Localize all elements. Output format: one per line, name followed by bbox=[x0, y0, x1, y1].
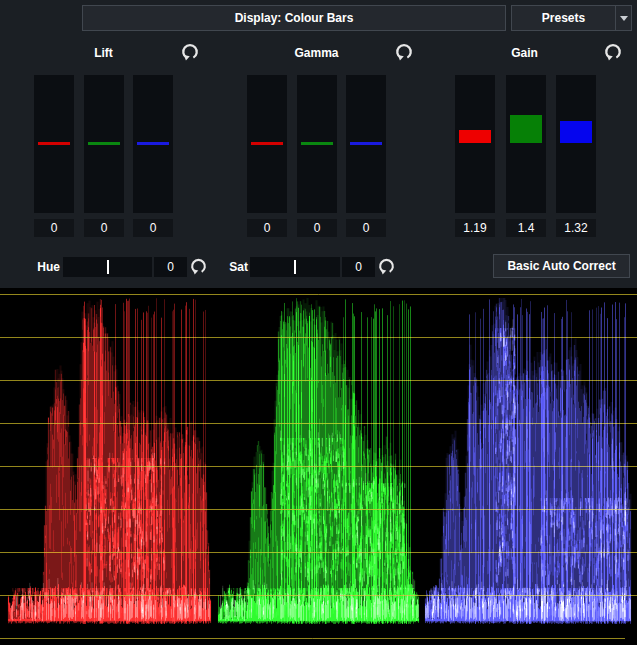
display-mode-button[interactable]: Display: Colour Bars bbox=[82, 5, 506, 31]
reset-icon bbox=[190, 258, 207, 275]
caret-down-icon bbox=[620, 16, 628, 21]
sat-slider-handle[interactable] bbox=[294, 260, 296, 274]
gain-section-title: Gain bbox=[455, 45, 594, 61]
gain-green-value[interactable]: 1.4 bbox=[506, 219, 546, 237]
gamma-blue-value[interactable]: 0 bbox=[346, 219, 386, 237]
reset-icon bbox=[395, 43, 413, 61]
presets-dropdown-button[interactable] bbox=[615, 5, 632, 31]
sat-value[interactable]: 0 bbox=[342, 257, 375, 277]
sat-label: Sat bbox=[208, 258, 248, 276]
waveform-canvas bbox=[0, 288, 637, 645]
gamma-green-value[interactable]: 0 bbox=[297, 219, 337, 237]
hue-reset-button[interactable] bbox=[190, 258, 207, 275]
gamma-red-value[interactable]: 0 bbox=[247, 219, 287, 237]
reset-icon bbox=[378, 258, 395, 275]
gamma-green-slider[interactable] bbox=[297, 75, 337, 213]
lift-green-value[interactable]: 0 bbox=[84, 219, 124, 237]
gain-blue-value[interactable]: 1.32 bbox=[556, 219, 596, 237]
gamma-blue-slider[interactable] bbox=[346, 75, 386, 213]
gain-green-slider[interactable] bbox=[506, 75, 546, 213]
lift-red-value[interactable]: 0 bbox=[34, 219, 74, 237]
reset-icon bbox=[181, 43, 199, 61]
gain-reset-button[interactable] bbox=[604, 43, 622, 61]
reset-icon bbox=[604, 43, 622, 61]
hue-label: Hue bbox=[20, 258, 60, 276]
colour-correct-panel: Display: Colour Bars Presets Lift Gamma … bbox=[0, 0, 637, 645]
gain-blue-slider[interactable] bbox=[556, 75, 596, 213]
waveform-scope bbox=[0, 288, 637, 645]
gamma-red-slider[interactable] bbox=[247, 75, 287, 213]
hue-slider-handle[interactable] bbox=[107, 260, 109, 274]
gamma-reset-button[interactable] bbox=[395, 43, 413, 61]
lift-section-title: Lift bbox=[34, 45, 173, 61]
lift-reset-button[interactable] bbox=[181, 43, 199, 61]
sat-reset-button[interactable] bbox=[378, 258, 395, 275]
basic-auto-correct-button[interactable]: Basic Auto Correct bbox=[493, 254, 630, 278]
lift-green-slider[interactable] bbox=[84, 75, 124, 213]
lift-blue-slider[interactable] bbox=[133, 75, 173, 213]
sat-slider[interactable] bbox=[250, 257, 340, 277]
lift-red-slider[interactable] bbox=[34, 75, 74, 213]
presets-button[interactable]: Presets bbox=[511, 5, 615, 31]
hue-value[interactable]: 0 bbox=[154, 257, 187, 277]
gamma-section-title: Gamma bbox=[247, 45, 386, 61]
lift-blue-value[interactable]: 0 bbox=[133, 219, 173, 237]
gain-red-value[interactable]: 1.19 bbox=[455, 219, 495, 237]
gain-red-slider[interactable] bbox=[455, 75, 495, 213]
hue-slider[interactable] bbox=[63, 257, 152, 277]
